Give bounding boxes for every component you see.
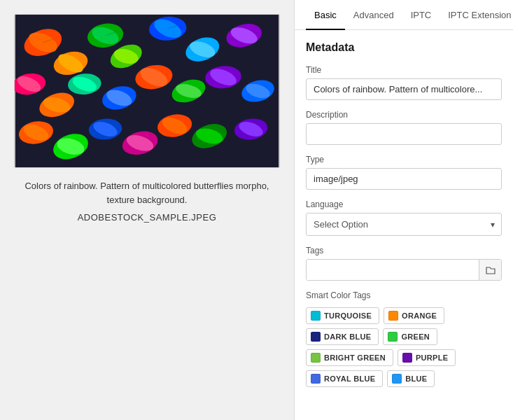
image-caption: Colors of rainbow. Pattern of multicolor… bbox=[21, 179, 273, 225]
tags-input-wrapper bbox=[306, 259, 502, 281]
color-tag-green[interactable]: GREEN bbox=[383, 328, 437, 345]
filename-text: ADOBESTOCK_SAMPLE.JPEG bbox=[21, 211, 273, 225]
royal-blue-label: ROYAL BLUE bbox=[324, 374, 375, 383]
purple-label: PURPLE bbox=[416, 354, 448, 362]
tab-iptc-extension[interactable]: IPTC Extension bbox=[440, 0, 513, 30]
color-tag-bright-green[interactable]: BRIGHT GREEN bbox=[306, 349, 393, 366]
metadata-content: Metadata Title Description Type Language… bbox=[295, 30, 513, 414]
tab-iptc[interactable]: IPTC bbox=[402, 0, 440, 30]
caption-text: Colors of rainbow. Pattern of multicolor… bbox=[21, 179, 273, 206]
tabs-bar: Basic Advanced IPTC IPTC Extension bbox=[295, 0, 513, 30]
color-tags-grid: TURQUOISE ORANGE DARK BLUE GREEN BRIGHT bbox=[306, 307, 502, 387]
description-label: Description bbox=[306, 110, 502, 120]
color-tag-dark-blue[interactable]: DARK BLUE bbox=[306, 328, 379, 345]
language-field-group: Language Select Option EnglishFrenchGerm… bbox=[306, 200, 502, 236]
tab-advanced[interactable]: Advanced bbox=[345, 0, 402, 30]
dark-blue-label: DARK BLUE bbox=[324, 332, 371, 341]
turquoise-label: TURQUOISE bbox=[324, 312, 372, 320]
color-tag-turquoise[interactable]: TURQUOISE bbox=[306, 307, 379, 324]
tab-basic[interactable]: Basic bbox=[306, 0, 345, 30]
butterfly-image bbox=[15, 15, 279, 167]
left-panel: Colors of rainbow. Pattern of multicolor… bbox=[0, 0, 294, 420]
turquoise-dot bbox=[311, 311, 321, 321]
bright-green-dot bbox=[311, 353, 321, 363]
tags-label: Tags bbox=[306, 246, 502, 255]
color-tag-blue[interactable]: BLUE bbox=[387, 370, 435, 387]
language-select[interactable]: Select Option EnglishFrenchGermanSpanish… bbox=[306, 213, 502, 236]
title-input[interactable] bbox=[306, 78, 502, 100]
orange-label: ORANGE bbox=[402, 312, 437, 320]
blue-dot bbox=[392, 374, 402, 384]
color-tag-royal-blue[interactable]: ROYAL BLUE bbox=[306, 370, 383, 387]
blue-label: BLUE bbox=[405, 374, 427, 383]
description-field-group: Description bbox=[306, 110, 502, 145]
description-input[interactable] bbox=[306, 123, 502, 145]
type-input[interactable] bbox=[306, 168, 502, 190]
green-dot bbox=[388, 332, 398, 342]
orange-dot bbox=[388, 311, 398, 321]
bright-green-label: BRIGHT GREEN bbox=[324, 354, 386, 362]
image-container bbox=[14, 14, 280, 168]
tags-field-group: Tags bbox=[306, 246, 502, 281]
right-panel: Basic Advanced IPTC IPTC Extension Metad… bbox=[294, 0, 513, 420]
smart-color-tags-group: Smart Color Tags TURQUOISE ORANGE DARK B… bbox=[306, 290, 502, 387]
title-label: Title bbox=[306, 65, 502, 75]
type-field-group: Type bbox=[306, 155, 502, 190]
tags-browse-button[interactable] bbox=[479, 260, 501, 280]
color-tag-orange[interactable]: ORANGE bbox=[384, 307, 444, 324]
color-tag-purple[interactable]: PURPLE bbox=[398, 349, 456, 366]
language-label: Language bbox=[306, 200, 502, 209]
purple-dot bbox=[402, 353, 412, 363]
title-field-group: Title bbox=[306, 65, 502, 100]
dark-blue-dot bbox=[311, 332, 321, 342]
tags-input[interactable] bbox=[307, 260, 479, 280]
type-label: Type bbox=[306, 155, 502, 164]
smart-color-tags-label: Smart Color Tags bbox=[306, 290, 502, 300]
section-title: Metadata bbox=[306, 41, 502, 54]
green-label: GREEN bbox=[401, 332, 430, 341]
language-select-wrapper: Select Option EnglishFrenchGermanSpanish… bbox=[306, 213, 502, 236]
royal-blue-dot bbox=[311, 374, 321, 384]
folder-icon bbox=[486, 265, 496, 275]
